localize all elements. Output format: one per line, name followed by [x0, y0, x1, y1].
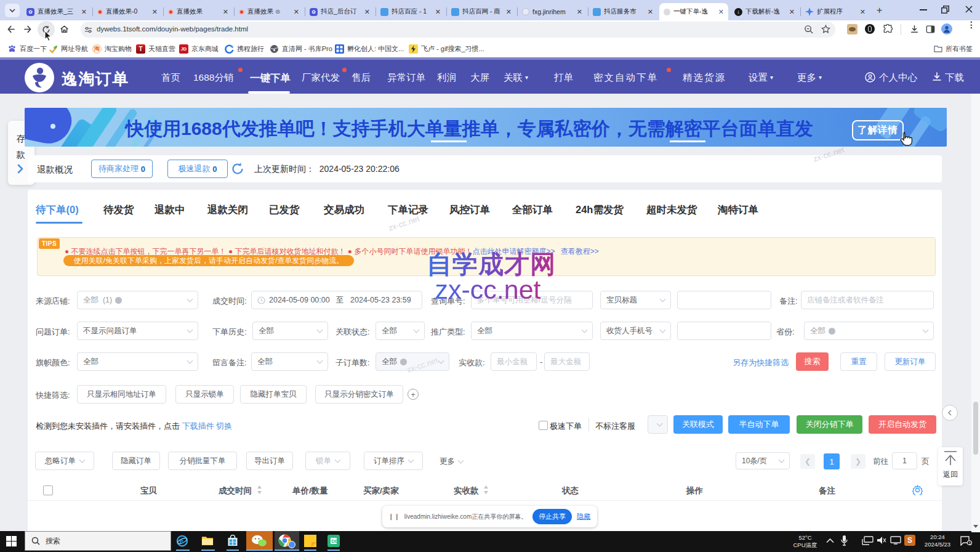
- svg-text:1: 1: [969, 541, 971, 545]
- svg-text:e: e: [180, 537, 183, 545]
- svg-text:DD: DD: [331, 538, 339, 544]
